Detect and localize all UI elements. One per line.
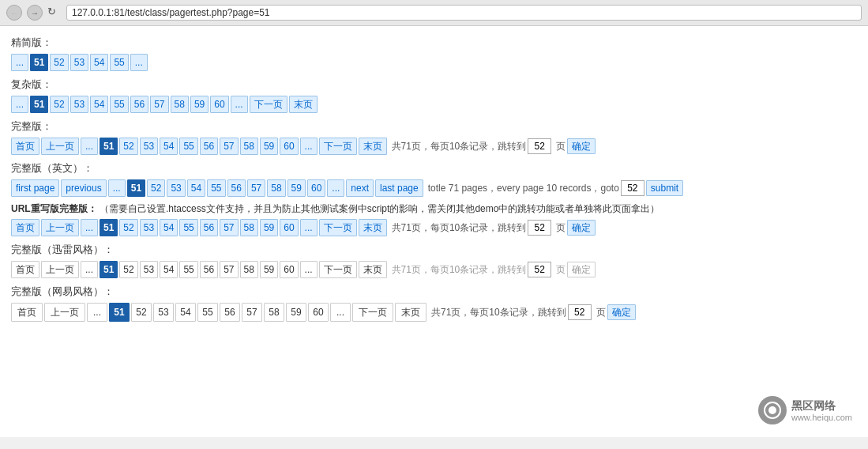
wanzheng-page-58[interactable]: 58 — [240, 138, 258, 155]
wangyi-prev[interactable]: 上一页 — [44, 303, 85, 322]
wangyi-ellipsis2[interactable]: ... — [330, 303, 351, 322]
fuza-page-58[interactable]: 58 — [171, 96, 189, 113]
page-55[interactable]: 55 — [110, 54, 128, 71]
en-last[interactable]: last page — [375, 179, 423, 197]
url-goto-input[interactable] — [528, 220, 551, 236]
wanzheng-goto-input[interactable] — [528, 138, 551, 154]
en-page-54[interactable]: 54 — [187, 179, 205, 197]
en-ellipsis1[interactable]: ... — [108, 179, 126, 197]
url-page-60[interactable]: 60 — [280, 219, 298, 236]
url-page-59[interactable]: 59 — [260, 219, 278, 236]
fuza-page-52[interactable]: 52 — [50, 96, 68, 113]
wangyi-page-51[interactable]: 51 — [109, 303, 130, 322]
url-page-53[interactable]: 53 — [140, 219, 158, 236]
en-page-60[interactable]: 60 — [307, 179, 325, 197]
en-page-56[interactable]: 56 — [227, 179, 246, 197]
xunlei-page-56[interactable]: 56 — [200, 261, 218, 278]
en-prev[interactable]: previous — [61, 179, 106, 197]
wangyi-confirm[interactable]: 确定 — [607, 304, 636, 320]
en-ellipsis2[interactable]: ... — [327, 179, 344, 197]
xunlei-page-51[interactable]: 51 — [100, 261, 118, 278]
wanzheng-page-54[interactable]: 54 — [160, 138, 178, 155]
fuza-page-60[interactable]: 60 — [210, 96, 228, 113]
wanzheng-page-60[interactable]: 60 — [280, 138, 298, 155]
wangyi-page-52[interactable]: 52 — [131, 303, 152, 322]
xunlei-ellipsis2[interactable]: ... — [300, 261, 318, 278]
wanzheng-page-57[interactable]: 57 — [220, 138, 238, 155]
en-next[interactable]: next — [346, 179, 374, 197]
xunlei-page-59[interactable]: 59 — [260, 261, 278, 278]
xunlei-next[interactable]: 下一页 — [319, 261, 357, 278]
en-page-58[interactable]: 58 — [267, 179, 285, 197]
wanzheng-page-51[interactable]: 51 — [100, 138, 118, 155]
xunlei-page-53[interactable]: 53 — [140, 261, 158, 278]
forward-button[interactable]: → — [27, 5, 43, 21]
wanzheng-page-52[interactable]: 52 — [119, 138, 137, 155]
address-bar[interactable]: 127.0.0.1:81/test/class/pagertest.php?pa… — [66, 5, 862, 21]
fuza-page-56[interactable]: 56 — [130, 96, 148, 113]
xunlei-prev[interactable]: 上一页 — [41, 261, 79, 278]
wanzheng-page-55[interactable]: 55 — [179, 138, 197, 155]
wangyi-page-59[interactable]: 59 — [286, 303, 306, 322]
en-page-51[interactable]: 51 — [127, 179, 145, 197]
url-page-54[interactable]: 54 — [160, 219, 178, 236]
xunlei-ellipsis1[interactable]: ... — [81, 261, 98, 278]
wangyi-last[interactable]: 末页 — [395, 303, 426, 322]
url-last[interactable]: 末页 — [359, 219, 387, 236]
xunlei-first[interactable]: 首页 — [11, 261, 39, 278]
url-page-56[interactable]: 56 — [200, 219, 218, 236]
wanzheng-prev[interactable]: 上一页 — [41, 138, 79, 155]
xunlei-page-57[interactable]: 57 — [220, 261, 238, 278]
wangyi-page-58[interactable]: 58 — [264, 303, 284, 322]
wangyi-page-54[interactable]: 54 — [175, 303, 196, 322]
wanzheng-confirm[interactable]: 确定 — [567, 138, 596, 154]
url-page-58[interactable]: 58 — [240, 219, 258, 236]
page-ellipsis2[interactable]: ... — [130, 54, 148, 71]
wangyi-ellipsis1[interactable]: ... — [87, 303, 107, 322]
en-goto-input[interactable] — [621, 180, 644, 196]
url-first[interactable]: 首页 — [11, 219, 39, 236]
wangyi-page-53[interactable]: 53 — [153, 303, 174, 322]
en-page-59[interactable]: 59 — [287, 179, 306, 197]
fuza-page-59[interactable]: 59 — [190, 96, 209, 113]
xunlei-last[interactable]: 末页 — [359, 261, 387, 278]
page-ellipsis[interactable]: ... — [11, 54, 28, 71]
url-page-51[interactable]: 51 — [100, 219, 118, 236]
wangyi-page-55[interactable]: 55 — [197, 303, 218, 322]
wanzheng-page-53[interactable]: 53 — [140, 138, 158, 155]
wanzheng-page-59[interactable]: 59 — [260, 138, 278, 155]
refresh-button[interactable]: ↻ — [47, 6, 62, 20]
fuza-page-54[interactable]: 54 — [90, 96, 108, 113]
page-54[interactable]: 54 — [90, 54, 108, 71]
xunlei-page-58[interactable]: 58 — [240, 261, 258, 278]
wanzheng-next[interactable]: 下一页 — [319, 138, 357, 155]
xunlei-page-52[interactable]: 52 — [119, 261, 137, 278]
fuza-page-57[interactable]: 57 — [150, 96, 168, 113]
xunlei-confirm[interactable]: 确定 — [567, 262, 596, 277]
xunlei-page-54[interactable]: 54 — [160, 261, 178, 278]
wangyi-page-57[interactable]: 57 — [242, 303, 262, 322]
wanzheng-first[interactable]: 首页 — [11, 138, 39, 155]
url-page-55[interactable]: 55 — [179, 219, 197, 236]
en-page-52[interactable]: 52 — [147, 179, 165, 197]
wanzheng-page-56[interactable]: 56 — [200, 138, 218, 155]
url-ellipsis2[interactable]: ... — [300, 219, 318, 236]
back-button[interactable]: ← — [6, 5, 22, 21]
wangyi-page-56[interactable]: 56 — [220, 303, 240, 322]
fuza-next[interactable]: 下一页 — [250, 96, 287, 113]
fuza-page-51[interactable]: 51 — [30, 96, 48, 113]
page-53[interactable]: 53 — [70, 54, 88, 71]
page-51-active[interactable]: 51 — [30, 54, 48, 71]
fuza-page-53[interactable]: 53 — [70, 96, 88, 113]
wangyi-page-60[interactable]: 60 — [308, 303, 329, 322]
fuza-ellipsis2[interactable]: ... — [231, 96, 248, 113]
fuza-page-55[interactable]: 55 — [110, 96, 128, 113]
en-first[interactable]: first page — [11, 179, 59, 197]
url-prev[interactable]: 上一页 — [41, 219, 79, 236]
url-ellipsis1[interactable]: ... — [81, 219, 98, 236]
url-next[interactable]: 下一页 — [319, 219, 357, 236]
en-page-57[interactable]: 57 — [247, 179, 265, 197]
fuza-ellipsis1[interactable]: ... — [11, 96, 28, 113]
en-confirm[interactable]: submit — [646, 180, 683, 196]
xunlei-page-60[interactable]: 60 — [280, 261, 298, 278]
